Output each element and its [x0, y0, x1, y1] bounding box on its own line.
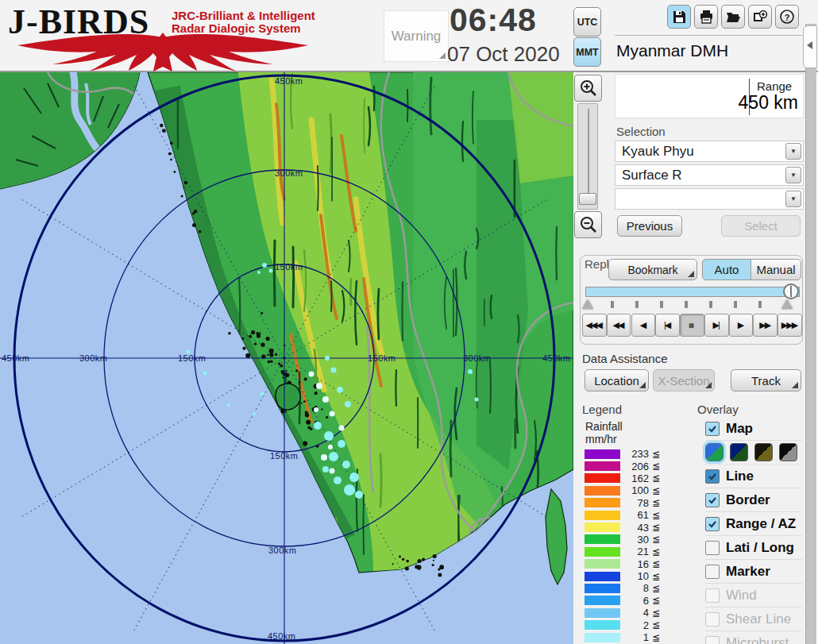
legend-row: 78 ≦ — [585, 497, 660, 509]
overlay-item-marker[interactable]: Marker — [705, 560, 802, 584]
menu-corner-icon — [705, 382, 712, 388]
toolbar: ? — [667, 5, 799, 29]
add-view-button[interactable] — [748, 5, 772, 29]
overlay-item-map[interactable]: Map — [705, 417, 802, 441]
checkbox[interactable] — [705, 588, 720, 603]
zoom-in-button[interactable] — [574, 75, 602, 102]
help-button[interactable]: ? — [775, 5, 799, 29]
svg-text:300km: 300km — [79, 353, 108, 363]
legend-label: Legend — [582, 403, 622, 416]
overlay-item-wind[interactable]: Wind — [705, 584, 802, 607]
legend-value: 8 — [620, 582, 649, 594]
legend-value: 16 — [620, 558, 649, 570]
legend-value: 206 — [620, 461, 649, 472]
manual-button[interactable]: Manual — [750, 259, 801, 280]
selection-label: Selection — [616, 125, 666, 138]
select-site[interactable]: Kyauk Phyu ▼ — [615, 141, 804, 162]
magnifier-minus-icon — [579, 215, 598, 234]
svg-text:150km: 150km — [178, 353, 206, 363]
legend-row: 8 ≦ — [585, 582, 660, 594]
legend-value: 21 — [620, 546, 649, 557]
rewind-button[interactable]: ◀◀ — [607, 314, 631, 337]
bookmark-button[interactable]: Bookmark — [608, 259, 697, 280]
map-style-1[interactable] — [705, 443, 723, 461]
print-button[interactable] — [694, 5, 718, 29]
chevron-down-icon[interactable]: ▼ — [785, 167, 801, 183]
slider-tick — [709, 301, 712, 308]
play-backward-button[interactable]: ◀ — [631, 314, 656, 337]
slider-range-start-marker[interactable] — [582, 299, 593, 309]
replay-slider-thumb[interactable] — [783, 283, 799, 299]
help-icon: ? — [779, 9, 795, 25]
step-backward-button[interactable]: |◀ — [655, 314, 680, 337]
utc-button[interactable]: UTC — [573, 7, 601, 37]
overlay-item-shear-line[interactable]: Shear Line — [705, 607, 802, 631]
map-style-3[interactable] — [754, 443, 773, 461]
checkbox[interactable] — [705, 541, 720, 555]
legend-value: 162 — [620, 472, 649, 484]
slider-range-end-marker[interactable] — [781, 299, 793, 309]
legend-value: 30 — [620, 534, 649, 546]
zoom-out-button[interactable] — [574, 211, 602, 238]
legend-lte-icon: ≦ — [652, 461, 660, 472]
warning-button[interactable]: Warning — [384, 10, 449, 62]
map-style-4[interactable] — [779, 443, 797, 461]
map-zoom-slider[interactable] — [577, 103, 598, 210]
chevron-down-icon[interactable]: ▼ — [785, 191, 801, 207]
save-icon — [672, 10, 687, 25]
radar-map[interactable]: 450km 300km 150km 150km 300km 450km 450k… — [0, 72, 573, 644]
auto-button[interactable]: Auto — [702, 259, 751, 280]
checkbox[interactable] — [705, 493, 720, 507]
overlay-item-microburst[interactable]: Microburst — [705, 631, 802, 644]
previous-button[interactable]: Previous — [617, 215, 682, 237]
overlay-item-border[interactable]: Border — [705, 488, 802, 512]
stop-button[interactable]: ■ — [680, 314, 704, 337]
forward-fastest-button[interactable]: ▶▶▶ — [777, 314, 802, 337]
legend-value: 78 — [620, 497, 649, 509]
legend-row: 1 ≦ — [585, 631, 660, 643]
forward-button[interactable]: ▶▶ — [753, 314, 777, 337]
checkbox[interactable] — [705, 422, 720, 436]
location-button[interactable]: Location — [585, 369, 649, 391]
checkbox[interactable] — [705, 517, 720, 531]
select-button[interactable]: Select — [721, 215, 801, 237]
select-product[interactable]: Surface R ▼ — [615, 164, 804, 186]
legend-lte-icon: ≦ — [652, 497, 660, 508]
step-forward-button[interactable]: ▶| — [704, 314, 729, 337]
legend-row: 10 ≦ — [585, 570, 660, 582]
zoom-slider-thumb[interactable] — [579, 193, 596, 205]
open-folder-button[interactable] — [721, 5, 745, 29]
overlay-item-lati-long[interactable]: Lati / Long — [705, 536, 802, 560]
track-button[interactable]: Track — [731, 369, 801, 391]
legend-swatch — [585, 596, 620, 605]
svg-text:450km: 450km — [268, 631, 296, 641]
rewind-fastest-button[interactable]: ◀◀◀ — [582, 314, 607, 337]
save-button[interactable] — [667, 5, 691, 29]
svg-text:150km: 150km — [270, 451, 299, 461]
legend-lte-icon: ≦ — [652, 485, 660, 496]
legend-lte-icon: ≦ — [652, 546, 660, 557]
panel-divider — [615, 35, 802, 36]
map-style-2[interactable] — [730, 443, 748, 461]
panel-collapse-strip[interactable] — [805, 24, 816, 644]
chevron-down-icon[interactable]: ▼ — [785, 143, 801, 160]
overlay-item-line[interactable]: Line — [705, 465, 802, 488]
legend-swatch — [585, 633, 620, 642]
checkbox[interactable] — [705, 469, 720, 484]
x-section-button[interactable]: X-Section — [653, 369, 715, 391]
legend-swatch — [585, 523, 620, 532]
checkbox[interactable] — [705, 636, 720, 644]
play-button[interactable]: ▶ — [729, 314, 754, 337]
select-extra[interactable]: ▼ — [615, 188, 804, 210]
legend-lte-icon: ≦ — [652, 449, 660, 460]
replay-slider[interactable] — [585, 287, 800, 297]
checkbox[interactable] — [705, 612, 720, 627]
overlay-item-range-az[interactable]: Range / AZ — [705, 512, 802, 536]
legend-value: 61 — [620, 509, 649, 521]
svg-text:450km: 450km — [275, 76, 303, 86]
legend-scale: 233 ≦ 206 ≦ 162 ≦ 100 ≦ 78 ≦ 61 ≦ 43 ≦ 3… — [585, 448, 660, 643]
legend-lte-icon: ≦ — [652, 534, 660, 545]
checkbox[interactable] — [705, 565, 720, 579]
legend-swatch — [585, 547, 620, 557]
mmt-button[interactable]: MMT — [573, 37, 601, 67]
